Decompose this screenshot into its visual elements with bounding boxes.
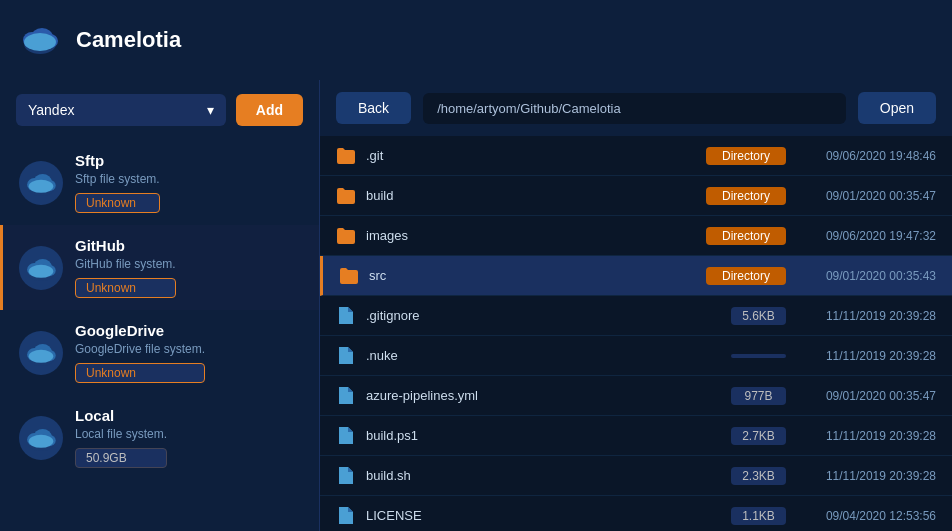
file-name: .nuke	[366, 348, 721, 363]
sidebar-desc-github: GitHub file system.	[75, 257, 176, 271]
file-size-badge	[731, 354, 786, 358]
file-date: 09/01/2020 00:35:47	[796, 189, 936, 203]
sidebar-badge-googledrive: Unknown	[75, 363, 205, 383]
provider-dropdown[interactable]: Yandex ▾	[16, 94, 226, 126]
sidebar-name-googledrive: GoogleDrive	[75, 322, 205, 339]
sidebar-name-github: GitHub	[75, 237, 176, 254]
sidebar-desc-googledrive: GoogleDrive file system.	[75, 342, 205, 356]
sidebar: Yandex ▾ Add SftpSftp file system.Unknow…	[0, 80, 320, 531]
sidebar-controls: Yandex ▾ Add	[0, 80, 319, 140]
folder-icon	[336, 146, 356, 166]
sidebar-item-googledrive[interactable]: GoogleDriveGoogleDrive file system.Unkno…	[0, 310, 319, 395]
table-row[interactable]: build.ps12.7KB11/11/2019 20:39:28	[320, 416, 952, 456]
open-button[interactable]: Open	[858, 92, 936, 124]
file-date: 09/06/2020 19:48:46	[796, 149, 936, 163]
header: Camelotia	[0, 0, 952, 80]
file-name: build.ps1	[366, 428, 721, 443]
file-type-badge: Directory	[706, 187, 786, 205]
table-row[interactable]: .nuke11/11/2019 20:39:28	[320, 336, 952, 376]
file-date: 09/04/2020 12:53:56	[796, 509, 936, 523]
sidebar-name-sftp: Sftp	[75, 152, 160, 169]
table-row[interactable]: srcDirectory09/01/2020 00:35:43	[320, 256, 952, 296]
main-content: Yandex ▾ Add SftpSftp file system.Unknow…	[0, 80, 952, 531]
sidebar-item-local[interactable]: LocalLocal file system.50.9GB	[0, 395, 319, 480]
file-name: build	[366, 188, 696, 203]
file-date: 11/11/2019 20:39:28	[796, 469, 936, 483]
svg-point-14	[29, 264, 54, 277]
file-name: .git	[366, 148, 696, 163]
file-date: 09/01/2020 00:35:43	[796, 269, 936, 283]
svg-point-9	[29, 179, 54, 192]
file-date: 09/06/2020 19:47:32	[796, 229, 936, 243]
table-row[interactable]: .gitignore5.6KB11/11/2019 20:39:28	[320, 296, 952, 336]
path-bar: /home/artyom/Github/Camelotia	[423, 93, 846, 124]
table-row[interactable]: buildDirectory09/01/2020 00:35:47	[320, 176, 952, 216]
avatar-local	[19, 416, 63, 460]
sidebar-badge-github: Unknown	[75, 278, 176, 298]
file-icon	[336, 466, 356, 486]
folder-icon	[339, 266, 359, 286]
file-name: images	[366, 228, 696, 243]
folder-icon	[336, 226, 356, 246]
file-name: .gitignore	[366, 308, 721, 323]
file-size-badge: 2.3KB	[731, 467, 786, 485]
file-name: src	[369, 268, 696, 283]
add-button[interactable]: Add	[236, 94, 303, 126]
file-name: LICENSE	[366, 508, 721, 523]
file-date: 11/11/2019 20:39:28	[796, 429, 936, 443]
file-icon	[336, 306, 356, 326]
file-size-badge: 2.7KB	[731, 427, 786, 445]
sidebar-item-sftp[interactable]: SftpSftp file system.Unknown	[0, 140, 319, 225]
avatar-github	[19, 246, 63, 290]
table-row[interactable]: azure-pipelines.yml977B09/01/2020 00:35:…	[320, 376, 952, 416]
sidebar-badge-local: 50.9GB	[75, 448, 167, 468]
file-type-badge: Directory	[706, 147, 786, 165]
file-size-badge: 5.6KB	[731, 307, 786, 325]
file-icon	[336, 386, 356, 406]
app-title: Camelotia	[76, 27, 181, 53]
file-type-badge: Directory	[706, 227, 786, 245]
sidebar-desc-sftp: Sftp file system.	[75, 172, 160, 186]
avatar-sftp	[19, 161, 63, 205]
folder-icon	[336, 186, 356, 206]
app-logo	[20, 20, 60, 60]
svg-point-19	[29, 349, 54, 362]
file-date: 11/11/2019 20:39:28	[796, 309, 936, 323]
file-date: 09/01/2020 00:35:47	[796, 389, 936, 403]
file-panel: Back /home/artyom/Github/Camelotia Open …	[320, 80, 952, 531]
sidebar-desc-local: Local file system.	[75, 427, 167, 441]
file-toolbar: Back /home/artyom/Github/Camelotia Open	[320, 80, 952, 136]
sidebar-list: SftpSftp file system.Unknown GitHubGitHu…	[0, 140, 319, 531]
file-size-badge: 1.1KB	[731, 507, 786, 525]
file-date: 11/11/2019 20:39:28	[796, 349, 936, 363]
back-button[interactable]: Back	[336, 92, 411, 124]
table-row[interactable]: LICENSE1.1KB09/04/2020 12:53:56	[320, 496, 952, 531]
file-name: build.sh	[366, 468, 721, 483]
svg-point-4	[24, 33, 56, 51]
sidebar-name-local: Local	[75, 407, 167, 424]
table-row[interactable]: build.sh2.3KB11/11/2019 20:39:28	[320, 456, 952, 496]
table-row[interactable]: .gitDirectory09/06/2020 19:48:46	[320, 136, 952, 176]
table-row[interactable]: imagesDirectory09/06/2020 19:47:32	[320, 216, 952, 256]
file-type-badge: Directory	[706, 267, 786, 285]
avatar-googledrive	[19, 331, 63, 375]
svg-point-24	[29, 434, 54, 447]
file-icon	[336, 426, 356, 446]
sidebar-item-github[interactable]: GitHubGitHub file system.Unknown	[0, 225, 319, 310]
sidebar-badge-sftp: Unknown	[75, 193, 160, 213]
chevron-down-icon: ▾	[207, 102, 214, 118]
file-size-badge: 977B	[731, 387, 786, 405]
file-icon	[336, 346, 356, 366]
file-list: .gitDirectory09/06/2020 19:48:46 buildDi…	[320, 136, 952, 531]
file-name: azure-pipelines.yml	[366, 388, 721, 403]
file-icon	[336, 506, 356, 526]
